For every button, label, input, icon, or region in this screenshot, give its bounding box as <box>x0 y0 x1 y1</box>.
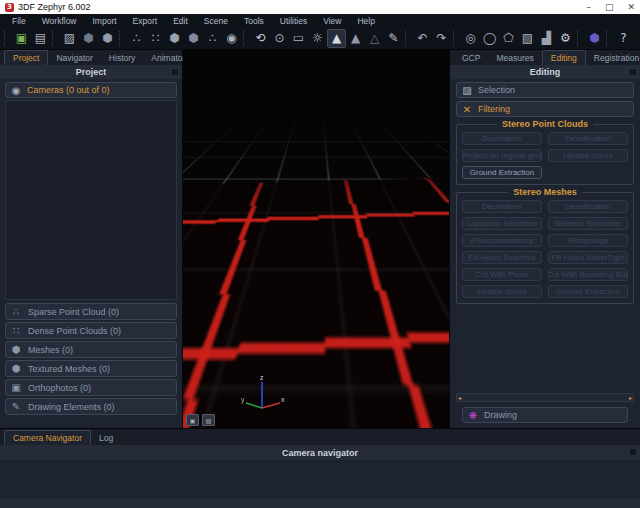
sparse-point-cloud-item[interactable]: ∴ Sparse Point Cloud (0) <box>5 303 177 320</box>
render-solid-icon[interactable]: ▲ <box>327 29 346 48</box>
editing-panel: GCPMeasuresEditingRegistration Editing ▨… <box>449 50 640 428</box>
menu-utilities[interactable]: Utilities <box>272 16 315 26</box>
brush-icon[interactable]: ✎ <box>384 29 403 48</box>
mesh-bilateral-smoother-button[interactable]: Bilateral Smoother <box>548 217 628 230</box>
stereo-point-clouds-group: Stereo Point Clouds DecimationDensificat… <box>456 124 634 185</box>
tab-camera-navigator[interactable]: Camera Navigator <box>4 430 91 445</box>
orthophotos-item[interactable]: ▣ Orthophotos (0) <box>5 379 177 396</box>
viewport-copy-view-button[interactable]: ▨ <box>202 414 215 426</box>
menu-help[interactable]: Help <box>349 16 382 26</box>
view-box-icon[interactable]: ▭ <box>289 29 308 48</box>
pc-update-colors-button[interactable]: Update colors <box>548 149 628 162</box>
close-button[interactable]: ✕ <box>627 0 635 14</box>
horizontal-scrollbar[interactable]: ◂ ▸ <box>456 393 634 402</box>
pc-densification-button[interactable]: Densification <box>548 132 628 145</box>
status-strip <box>0 499 640 508</box>
mesh-ground-extraction-button[interactable]: Ground Extraction <box>548 285 628 298</box>
mesh-fill-holes-watertight-button[interactable]: Fill Holes WaterTight <box>548 251 628 264</box>
polygon-select-icon[interactable]: ⬠ <box>499 29 518 48</box>
menu-view[interactable]: View <box>315 16 349 26</box>
mesh-densification-button[interactable]: Densification <box>548 200 628 213</box>
mesh-dark-icon[interactable]: ⬢ <box>79 29 98 48</box>
camera-tool-icon[interactable]: ◉ <box>222 29 241 48</box>
axis-y-label: y <box>241 396 245 404</box>
viewport-snapshot-button[interactable]: ▣ <box>186 414 199 426</box>
filtering-button[interactable]: ✕ Filtering <box>456 101 634 117</box>
meshes-item[interactable]: ⬢ Meshes (0) <box>5 341 177 358</box>
lasso-select-icon[interactable]: ◎ <box>461 29 480 48</box>
tab-history[interactable]: History <box>101 51 143 65</box>
undo-icon[interactable]: ↶ <box>413 29 432 48</box>
extract-textured-mesh-icon[interactable]: ⬢ <box>184 29 203 48</box>
pc-ground-extraction-button[interactable]: Ground Extraction <box>462 166 542 179</box>
menu-edit[interactable]: Edit <box>165 16 196 26</box>
extract-mesh-icon[interactable]: ⬢ <box>165 29 184 48</box>
toolbar-separator <box>453 31 459 46</box>
dense-cloud-wand-icon[interactable]: ∷ <box>146 29 165 48</box>
textured-meshes-item[interactable]: ⬢ Textured Meshes (0) <box>5 360 177 377</box>
drawing-elements-item[interactable]: ✎ Drawing Elements (0) <box>5 398 177 415</box>
update-cloud-wand-icon[interactable]: ∴ <box>203 29 222 48</box>
mesh-icon[interactable]: ⬢ <box>98 29 117 48</box>
mesh-retopology-button[interactable]: Retopology <box>548 234 628 247</box>
rotate-around-icon[interactable]: ⊙ <box>270 29 289 48</box>
light-icon[interactable]: ☼ <box>308 29 327 48</box>
tab-navigator[interactable]: Navigator <box>48 51 100 65</box>
tab-log[interactable]: Log <box>91 431 121 445</box>
mesh-laplacian-smoother-button[interactable]: Laplacian Smoother <box>462 217 542 230</box>
axis-gizmo: z x y <box>239 372 285 418</box>
scroll-left-arrow[interactable]: ◂ <box>458 394 461 401</box>
tab-project[interactable]: Project <box>4 50 48 65</box>
menu-file[interactable]: File <box>4 16 34 26</box>
menu-export[interactable]: Export <box>125 16 166 26</box>
save-project-icon[interactable]: ▤ <box>31 29 50 48</box>
filtering-label: Filtering <box>478 104 510 114</box>
drawing-button[interactable]: ❋ Drawing <box>462 407 628 423</box>
orbit-icon[interactable]: ⟲ <box>251 29 270 48</box>
tab-measures[interactable]: Measures <box>488 51 541 65</box>
new-project-icon[interactable]: ▣ <box>12 29 31 48</box>
menu-scene[interactable]: Scene <box>196 16 236 26</box>
maximize-button[interactable]: □ <box>605 0 614 14</box>
menu-tools[interactable]: Tools <box>236 16 272 26</box>
sparse-cloud-wand-icon[interactable]: ∴ <box>127 29 146 48</box>
render-wireframe-icon[interactable]: △ <box>365 29 384 48</box>
viewport-3d[interactable]: z x y ▣▨ <box>183 50 449 428</box>
settings-wrench-icon[interactable]: ⚙ <box>556 29 575 48</box>
tab-editing[interactable]: Editing <box>542 50 586 65</box>
mesh-update-colors-button[interactable]: Update colors <box>462 285 542 298</box>
viewport-corner-buttons: ▣▨ <box>186 414 215 426</box>
mesh-fill-holes-selective-button[interactable]: Fill Holes Selective <box>462 251 542 264</box>
circle-select-icon[interactable]: ◯ <box>480 29 499 48</box>
project-panel: ProjectNavigatorHistoryAnimator Project … <box>0 50 183 428</box>
camera-navigator-content[interactable] <box>0 460 640 497</box>
render-shaded-icon[interactable]: ▲ <box>346 29 365 48</box>
histogram-icon[interactable]: ▟ <box>537 29 556 48</box>
selection-button[interactable]: ▨ Selection <box>456 82 634 98</box>
menu-workflow[interactable]: Workflow <box>34 16 85 26</box>
panel-pin-icon[interactable] <box>630 69 636 75</box>
panel-pin-icon[interactable] <box>630 449 636 455</box>
scroll-right-arrow[interactable]: ▸ <box>629 394 632 401</box>
mesh-cut-with-bounding-box-button[interactable]: Cut With Bounding Box <box>548 268 628 281</box>
minimize-button[interactable]: – <box>586 0 591 14</box>
mesh-decimation-button[interactable]: Decimation <box>462 200 542 213</box>
camera-list-area[interactable] <box>5 100 177 300</box>
help-icon[interactable]: ? <box>614 29 633 48</box>
pc-project-regular-grid-button[interactable]: Project on regular grid <box>462 149 542 162</box>
mesh-photoconsistency-button[interactable]: Photoconsistency <box>462 234 542 247</box>
menu-import[interactable]: Import <box>85 16 125 26</box>
match-photos-icon[interactable]: ▨ <box>60 29 79 48</box>
cameras-button[interactable]: ◉ Cameras (0 out of 0) <box>5 82 177 98</box>
pc-decimation-button[interactable]: Decimation <box>462 132 542 145</box>
3dflow-logo-icon[interactable]: ⬢ <box>585 29 604 48</box>
plane-select-icon[interactable]: ▧ <box>518 29 537 48</box>
dense-point-clouds-item[interactable]: ∷ Dense Point Clouds (0) <box>5 322 177 339</box>
panel-pin-icon[interactable] <box>172 69 178 75</box>
textured-mesh-icon: ⬢ <box>10 363 22 374</box>
mesh-cut-with-plane-button[interactable]: Cut With Plane <box>462 268 542 281</box>
tab-registration[interactable]: Registration <box>586 51 640 65</box>
tab-gcp[interactable]: GCP <box>454 51 488 65</box>
redo-icon[interactable]: ↷ <box>432 29 451 48</box>
editing-panel-header: Editing <box>450 65 640 79</box>
